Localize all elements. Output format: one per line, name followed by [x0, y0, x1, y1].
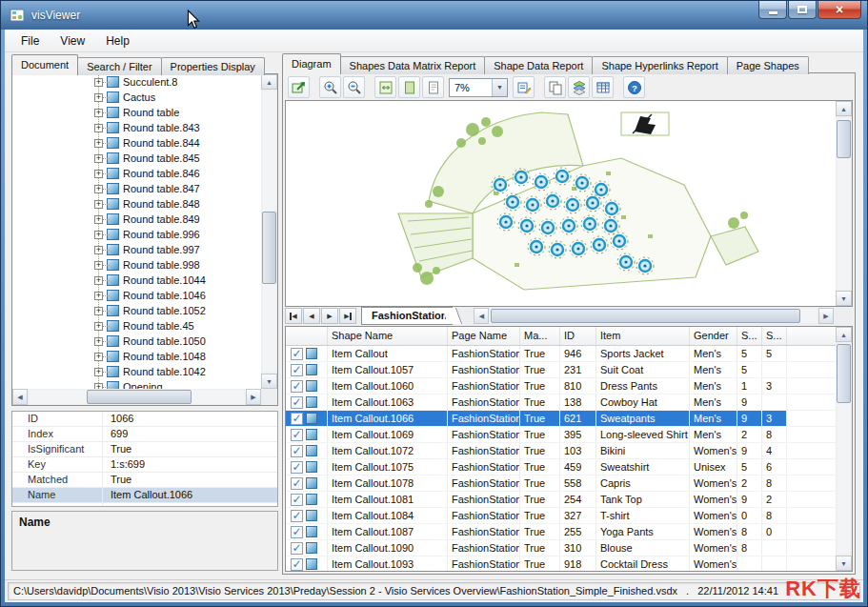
expand-plus-icon[interactable]: + [94, 383, 103, 390]
expand-plus-icon[interactable]: + [94, 353, 103, 361]
checkbox-checked[interactable]: ✓ [291, 413, 303, 425]
table-vscroll[interactable]: ▲ ▼ [836, 327, 852, 571]
tree-item-round-table-996[interactable]: +Round table.996 [12, 227, 261, 242]
tree-hscroll-track[interactable] [28, 389, 246, 405]
expand-plus-icon[interactable]: + [94, 139, 103, 148]
tree-item-round-table-1052[interactable]: +Round table.1052 [12, 303, 261, 318]
expand-plus-icon[interactable]: + [94, 200, 103, 209]
property-row-id[interactable]: ID1066 [12, 412, 277, 427]
tab-diagram[interactable]: Diagram [282, 53, 341, 74]
diagram-vscroll-track[interactable] [836, 116, 852, 291]
property-row-name[interactable]: NameItem Callout.1066 [12, 488, 277, 503]
scroll-left-button[interactable]: ◀ [474, 308, 489, 324]
diagram-vscroll-thumb[interactable] [837, 120, 851, 158]
tree-item-succulent-8[interactable]: +Succulent.8 [12, 74, 261, 90]
table-row[interactable]: ✓Item Callout.1090FashionStationTrue310B… [286, 540, 836, 556]
checkbox-checked[interactable]: ✓ [291, 494, 303, 506]
checkbox-checked[interactable]: ✓ [291, 380, 303, 393]
close-button[interactable]: × [818, 1, 861, 19]
table-row[interactable]: ✓Item Callout.1078FashionStationTrue558C… [286, 475, 836, 492]
scroll-down-button[interactable]: ▼ [836, 291, 852, 306]
tree-item-round-table-846[interactable]: +Round table.846 [12, 166, 261, 181]
fit-width-button[interactable] [374, 76, 396, 98]
table-row[interactable]: ✓Item Callout.1075FashionStationTrue459S… [286, 459, 836, 475]
tree-item-round-table-848[interactable]: +Round table.848 [12, 196, 261, 212]
tree-item-round-table-845[interactable]: +Round table.845 [12, 151, 261, 166]
property-row-key[interactable]: Key1:s:699 [12, 457, 277, 473]
column-header-item[interactable]: Item [596, 327, 690, 345]
tree-item-opening[interactable]: +Opening [12, 379, 261, 389]
column-header-ma[interactable]: Ma... [520, 327, 560, 345]
checkbox-checked[interactable]: ✓ [291, 526, 303, 538]
scroll-down-button[interactable]: ▼ [261, 374, 277, 389]
pages-hscroll-track[interactable] [489, 308, 818, 324]
expand-plus-icon[interactable]: + [94, 170, 103, 178]
tab-page-shapes[interactable]: Page Shapes [727, 56, 809, 74]
checkbox-checked[interactable]: ✓ [291, 445, 303, 457]
table-row[interactable]: ✓Item Callout.1069FashionStationTrue395L… [286, 427, 836, 443]
property-row-pageid[interactable]: PageID0 [12, 503, 277, 507]
column-header-select[interactable] [286, 327, 328, 345]
table-row[interactable]: ✓Item Callout.1060FashionStationTrue810D… [286, 378, 836, 395]
property-row-matched[interactable]: MatchedTrue [12, 473, 277, 488]
tree-item-round-table-847[interactable]: +Round table.847 [12, 181, 261, 196]
tree-item-round-table-1046[interactable]: +Round table.1046 [12, 288, 261, 303]
menu-item-view[interactable]: View [50, 31, 95, 51]
column-header-s[interactable]: S... [762, 327, 787, 345]
tree-item-round-table-1048[interactable]: +Round table.1048 [12, 349, 261, 364]
tree-item-round-table-998[interactable]: +Round table.998 [12, 257, 261, 273]
table-row[interactable]: ✓Item Callout.1087FashionStationTrue255Y… [286, 524, 836, 540]
tree-vscroll-thumb[interactable] [262, 212, 276, 284]
tree-item-round-table-849[interactable]: +Round table.849 [12, 212, 261, 227]
column-header-shape-name[interactable]: Shape Name [328, 327, 448, 345]
minimize-button[interactable] [758, 1, 787, 19]
tab-document[interactable]: Document [11, 54, 78, 75]
expand-plus-icon[interactable]: + [94, 322, 103, 331]
table-vscroll-thumb[interactable] [837, 344, 851, 403]
scroll-up-button[interactable]: ▲ [261, 74, 277, 90]
column-header-s[interactable]: S... [737, 327, 762, 345]
tab-shapes-data-matrix-report[interactable]: Shapes Data Matrix Report [340, 56, 486, 74]
expand-plus-icon[interactable]: + [94, 368, 103, 376]
expand-plus-icon[interactable]: + [94, 78, 103, 87]
table-row[interactable]: ✓Item Callout.1057FashionStationTrue231S… [286, 362, 836, 378]
next-page-button[interactable]: ▶ [321, 308, 338, 324]
diagram-canvas[interactable] [286, 101, 836, 306]
zoom-out-button[interactable] [343, 76, 365, 98]
tree-item-round-table-997[interactable]: +Round table.997 [12, 242, 261, 257]
tree-item-round-table[interactable]: +Round table [12, 105, 261, 120]
column-header-id[interactable]: ID [560, 327, 596, 345]
zoom-dropdown-arrow-icon[interactable]: ▼ [492, 79, 507, 96]
tree-item-round-table-1050[interactable]: +Round table.1050 [12, 334, 261, 349]
tree-item-round-table-843[interactable]: +Round table.843 [12, 120, 261, 135]
menu-item-file[interactable]: File [10, 31, 50, 51]
pages-hscroll-thumb[interactable] [491, 309, 800, 323]
expand-plus-icon[interactable]: + [94, 185, 103, 193]
expand-plus-icon[interactable]: + [94, 246, 103, 254]
zoom-in-button[interactable] [319, 76, 341, 98]
table-row[interactable]: ✓Item Callout.1081FashionStationTrue254T… [286, 492, 836, 508]
tree-item-cactus[interactable]: +Cactus [12, 90, 261, 105]
tree-item-round-table-844[interactable]: +Round table.844 [12, 135, 261, 151]
table-row[interactable]: ✓Item Callout.1084FashionStationTrue327T… [286, 508, 836, 524]
expand-plus-icon[interactable]: + [94, 215, 103, 224]
checkbox-checked[interactable]: ✓ [291, 542, 303, 555]
column-header-gender[interactable]: Gender [690, 327, 737, 345]
report-grid-button[interactable] [592, 76, 614, 98]
table-row[interactable]: ✓Item Callout.1093FashionStationTrue918C… [286, 556, 836, 571]
pages-hscroll[interactable]: ◀ ▶ [474, 308, 834, 324]
layers-button[interactable] [568, 76, 590, 98]
checkbox-checked[interactable]: ✓ [291, 477, 303, 490]
column-header-page-name[interactable]: Page Name [448, 327, 520, 345]
tree-item-round-table-1042[interactable]: +Round table.1042 [12, 364, 261, 379]
expand-plus-icon[interactable]: + [94, 154, 103, 163]
property-row-issignificant[interactable]: IsSignificantTrue [12, 442, 277, 457]
checkbox-checked[interactable]: ✓ [291, 510, 303, 522]
tree-vscroll[interactable]: ▲ ▼ [261, 74, 277, 389]
expand-plus-icon[interactable]: + [94, 337, 103, 346]
scroll-right-button[interactable]: ▶ [818, 308, 834, 324]
tree-hscroll[interactable]: ◀ ▶ [12, 389, 261, 405]
prev-page-button[interactable]: ◀ [303, 308, 320, 324]
tab-shape-hyperlinks-report[interactable]: Shape Hyperlinks Report [592, 56, 727, 74]
scroll-up-button[interactable]: ▲ [836, 101, 852, 116]
